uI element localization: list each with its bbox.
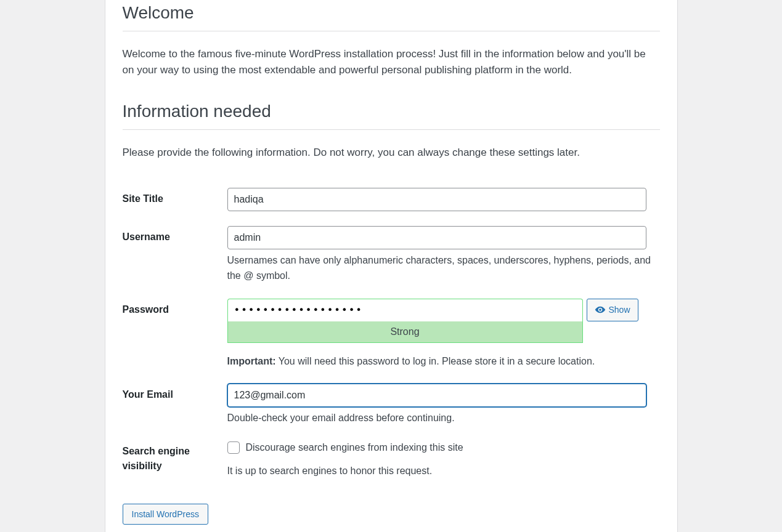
- search-engine-label: Search engine visibility: [123, 433, 227, 486]
- info-needed-heading: Information needed: [123, 99, 660, 130]
- email-label: Your Email: [123, 376, 227, 433]
- password-strength-meter: Strong: [227, 321, 583, 343]
- password-input[interactable]: [227, 299, 583, 321]
- email-input[interactable]: [227, 384, 646, 407]
- username-label: Username: [123, 219, 227, 291]
- password-label: Password: [123, 291, 227, 376]
- install-container: Welcome Welcome to the famous five-minut…: [105, 0, 678, 532]
- eye-icon: [595, 304, 606, 315]
- email-hint: Double-check your email address before c…: [227, 411, 660, 426]
- welcome-intro-text: Welcome to the famous five-minute WordPr…: [123, 46, 660, 79]
- site-title-label: Site Title: [123, 180, 227, 219]
- username-input[interactable]: [227, 226, 646, 249]
- show-password-label: Show: [609, 305, 630, 315]
- password-important-note: Important: You will need this password t…: [227, 354, 660, 369]
- show-password-button[interactable]: Show: [587, 299, 638, 321]
- search-engine-hint: It is up to search engines to honor this…: [227, 464, 660, 479]
- welcome-heading: Welcome: [123, 0, 660, 31]
- install-form-table: Site Title Username Usernames can have o…: [123, 180, 660, 486]
- site-title-input[interactable]: [227, 188, 646, 211]
- install-wordpress-button[interactable]: Install WordPress: [123, 504, 208, 525]
- search-engine-checkbox[interactable]: [227, 441, 240, 454]
- important-text: You will need this password to log in. P…: [276, 356, 595, 366]
- info-needed-text: Please provide the following information…: [123, 145, 660, 161]
- important-label: Important:: [227, 356, 276, 366]
- search-engine-checkbox-label: Discourage search engines from indexing …: [246, 440, 463, 455]
- username-hint: Usernames can have only alphanumeric cha…: [227, 253, 660, 284]
